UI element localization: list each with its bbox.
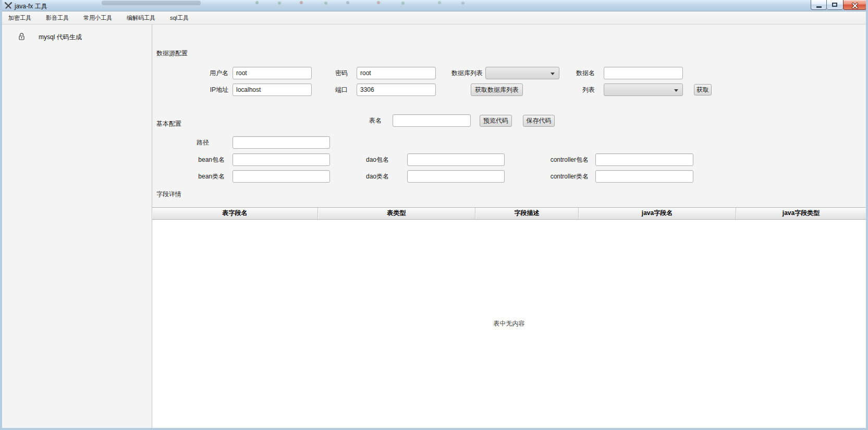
controller-package-label: controller包名 xyxy=(517,153,589,166)
fields-table: 表字段名 表类型 字段描述 java字段名 java字段类型 表中无内容 xyxy=(152,207,866,428)
minimize-icon xyxy=(816,6,822,8)
ip-label: IP地址 xyxy=(168,83,228,96)
maximize-icon xyxy=(832,3,837,7)
dao-class-label: dao类名 xyxy=(345,170,389,183)
titlebar-transparency-artifact xyxy=(346,1,349,4)
section-title-datasource: 数据源配置 xyxy=(156,49,188,58)
titlebar-transparency-artifact xyxy=(461,2,464,5)
sidebar-item-mysql-codegen[interactable]: mysql 代码生成 xyxy=(2,29,152,44)
password-label: 密码 xyxy=(303,67,348,79)
titlebar-transparency-artifact xyxy=(300,1,303,4)
table-list-label: 列表 xyxy=(548,83,595,96)
column-header-table-type[interactable]: 表类型 xyxy=(318,208,475,219)
dao-package-label: dao包名 xyxy=(345,153,389,166)
menu-media-tools[interactable]: 影音工具 xyxy=(39,11,76,24)
column-header-java-field-name[interactable]: java字段名 xyxy=(579,208,736,219)
column-header-field-description[interactable]: 字段描述 xyxy=(475,208,579,219)
data-name-label: 数据名 xyxy=(548,67,595,79)
bean-class-input[interactable] xyxy=(233,170,330,183)
titlebar-transparency-artifact xyxy=(401,2,405,5)
bean-package-input[interactable] xyxy=(233,153,330,166)
chevron-down-icon xyxy=(674,89,678,92)
fields-table-header: 表字段名 表类型 字段描述 java字段名 java字段类型 xyxy=(152,208,866,220)
titlebar-transparency-artifact xyxy=(255,1,259,4)
section-title-fields: 字段详情 xyxy=(156,190,181,199)
dao-class-input[interactable] xyxy=(407,170,505,183)
window-controls xyxy=(811,0,866,10)
column-header-table-field-name[interactable]: 表字段名 xyxy=(152,208,318,219)
database-list-label: 数据库列表 xyxy=(434,67,483,79)
path-label: 路径 xyxy=(168,136,209,149)
menu-encrypt-tools[interactable]: 加密工具 xyxy=(1,11,39,24)
username-input[interactable] xyxy=(233,67,312,79)
bean-class-label: bean类名 xyxy=(168,170,225,183)
titlebar-transparency-artifact xyxy=(324,2,327,5)
titlebar[interactable]: java-fx 工具 xyxy=(0,0,868,11)
table-list-combobox[interactable] xyxy=(604,83,683,96)
close-icon xyxy=(851,2,859,11)
dao-package-input[interactable] xyxy=(407,153,505,166)
menubar: 加密工具 影音工具 常用小工具 编解码工具 sql工具 xyxy=(0,11,868,25)
port-input[interactable] xyxy=(357,83,436,96)
column-header-java-field-type[interactable]: java字段类型 xyxy=(736,208,866,219)
preview-code-button[interactable]: 预览代码 xyxy=(480,115,512,127)
menu-codec-tools[interactable]: 编解码工具 xyxy=(119,11,163,24)
empty-table-placeholder: 表中无内容 xyxy=(494,319,525,328)
save-code-button[interactable]: 保存代码 xyxy=(523,115,555,127)
controller-class-input[interactable] xyxy=(595,170,693,183)
controller-package-input[interactable] xyxy=(595,153,693,166)
table-name-input[interactable] xyxy=(393,114,471,127)
titlebar-transparency-artifact xyxy=(377,1,380,4)
app-icon xyxy=(4,2,13,10)
maximize-button[interactable] xyxy=(827,0,843,10)
app-window: java-fx 工具 加密工具 影音工具 常用小工具 编解码工具 xyxy=(0,0,868,430)
controller-class-label: controller类名 xyxy=(517,170,589,183)
fields-table-body: 表中无内容 xyxy=(152,220,866,428)
fetch-database-list-button[interactable]: 获取数据库列表 xyxy=(471,83,523,96)
data-name-input[interactable] xyxy=(604,67,683,79)
titlebar-transparency-artifact xyxy=(278,2,281,5)
username-label: 用户名 xyxy=(168,67,228,79)
menu-common-tools[interactable]: 常用小工具 xyxy=(76,11,119,24)
bean-package-label: bean包名 xyxy=(168,153,225,166)
path-input[interactable] xyxy=(233,136,330,149)
sidebar: mysql 代码生成 xyxy=(2,25,152,428)
lock-icon xyxy=(18,32,26,43)
port-label: 端口 xyxy=(303,83,348,96)
window-title: java-fx 工具 xyxy=(15,2,47,11)
main-panel: 数据源配置 用户名 密码 数据库列表 数据名 IP地址 端口 获取数据库列表 列… xyxy=(152,25,866,428)
fetch-button[interactable]: 获取 xyxy=(694,84,712,95)
minimize-button[interactable] xyxy=(811,0,827,10)
section-title-basic: 基本配置 xyxy=(156,120,181,128)
menu-sql-tools[interactable]: sql工具 xyxy=(163,11,196,24)
password-input[interactable] xyxy=(357,67,436,79)
ip-input[interactable] xyxy=(233,83,312,96)
sidebar-item-label: mysql 代码生成 xyxy=(39,33,82,42)
close-button[interactable] xyxy=(843,0,866,10)
titlebar-transparency-artifact xyxy=(438,1,441,4)
titlebar-transparency-artifact xyxy=(102,1,201,5)
content-area: mysql 代码生成 数据源配置 用户名 密码 数据库列表 数据名 IP地址 端… xyxy=(2,25,866,428)
table-name-label: 表名 xyxy=(350,114,382,127)
